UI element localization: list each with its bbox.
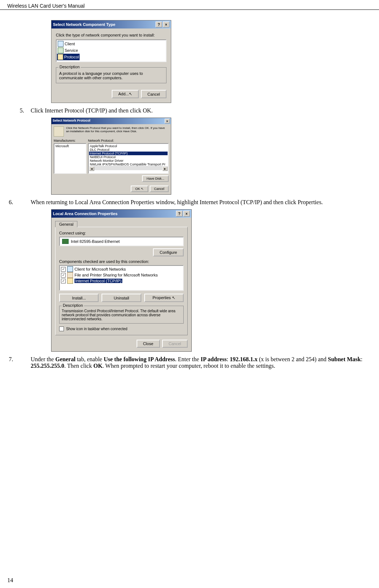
checkbox-icon[interactable] [59, 327, 64, 331]
dialog1-wrap: Select Network Component Type ? × Click … [51, 20, 368, 103]
protocols-column: Network Protocol: AppleTalk Protocol DLC… [88, 139, 169, 174]
configure-button[interactable]: Configure [153, 248, 184, 256]
component-button-row: Install... Uninstall Properties ↖ [59, 294, 184, 302]
scroll-track[interactable] [94, 167, 162, 170]
dialog2-columns: Manufacturers: Microsoft Network Protoco… [54, 139, 169, 174]
select-network-component-dialog: Select Network Component Type ? × Click … [51, 20, 171, 103]
close-button[interactable]: × [183, 211, 190, 217]
dialog2-wrap: Select Network Protocol × Click the Netw… [51, 118, 368, 195]
dialog1-body: Click the type of network component you … [51, 28, 171, 103]
step-6-number: 6. [20, 199, 31, 206]
list-item[interactable]: Network Monitor Driver [89, 159, 168, 163]
list-item[interactable]: DLC Protocol [89, 148, 168, 152]
close-button[interactable]: × [163, 22, 169, 27]
select-network-protocol-dialog: Select Network Protocol × Click the Netw… [51, 118, 171, 195]
dialog3-button-row: Close Cancel [55, 340, 188, 348]
client-label: Client [65, 42, 75, 46]
scroll-right-icon[interactable]: ► [162, 167, 168, 171]
components-label: Components checked are used by this conn… [59, 259, 184, 264]
manufacturers-column: Manufacturers: Microsoft [54, 139, 87, 174]
tab-general[interactable]: General [55, 221, 77, 227]
description-groupbox: Description A protocol is a language you… [56, 67, 166, 83]
cancel-button[interactable]: Cancel [150, 186, 169, 192]
dialog3-body: General Connect using: Intel 82595-Based… [51, 218, 191, 351]
step-6: 6.When returning to Local Area Connectio… [11, 199, 368, 206]
manufacturers-label: Manufacturers: [54, 139, 87, 142]
local-area-connection-properties-dialog: Local Area Connection Properties ? × Gen… [51, 209, 192, 352]
protocol-label: Protocol [64, 55, 79, 59]
protocol-icon [67, 278, 73, 284]
properties-button[interactable]: Properties ↖ [144, 294, 184, 302]
list-item-selected[interactable]: Internet Protocol (TCP/IP) [89, 152, 168, 155]
list-item-protocol[interactable]: Protocol [57, 54, 80, 60]
adapter-name: Intel 82595-Based Ethernet [71, 239, 120, 244]
close-button[interactable]: Close [137, 340, 160, 348]
page-content: Select Network Component Type ? × Click … [0, 10, 379, 380]
dialog2-body: Click the Network Protocol that you want… [51, 124, 171, 194]
horizontal-scrollbar[interactable]: ◄ ► [89, 166, 168, 171]
general-tab-panel: Connect using: Intel 82595-Based Etherne… [55, 227, 188, 335]
connect-using-label: Connect using: [59, 231, 184, 235]
dialog3-wrap: Local Area Connection Properties ? × Gen… [51, 209, 368, 352]
description-legend: Description [62, 303, 84, 308]
show-icon-label: Show icon in taskbar when connected [66, 327, 127, 331]
list-item-client[interactable]: Client [57, 41, 165, 47]
dialog1-titlebar-buttons: ? × [156, 22, 169, 27]
dialog2-button-row: OK ↖ Cancel [54, 186, 169, 192]
description-legend: Description [58, 65, 81, 69]
list-item[interactable]: AppleTalk Protocol [89, 144, 168, 148]
list-item[interactable]: NWLink IPX/SPX/NetBIOS Compatible Transp… [89, 163, 168, 166]
dialog2-titlebar: Select Network Protocol × [51, 118, 171, 124]
configure-row: Configure [59, 248, 184, 256]
scroll-left-icon[interactable]: ◄ [89, 167, 94, 171]
cancel-button[interactable]: Cancel [141, 90, 166, 98]
help-button[interactable]: ? [176, 211, 183, 217]
dialog3-title: Local Area Connection Properties [53, 211, 118, 216]
list-item[interactable]: NetBEUI Protocol [89, 155, 168, 159]
service-icon [58, 47, 64, 53]
add-button[interactable]: Add...↖ [112, 90, 139, 98]
step-6-text: 6.When returning to Local Area Connectio… [31, 199, 368, 206]
step-7-number: 7. [20, 356, 31, 363]
components-list[interactable]: ✓ Client for Microsoft Networks ✓ File a… [59, 265, 184, 291]
component-label: Client for Microsoft Networks [74, 267, 126, 271]
cancel-button[interactable]: Cancel [162, 340, 188, 348]
step-7-text: 7.Under the General tab, enable Use the … [31, 356, 368, 369]
list-item-selected[interactable]: ✓ Internet Protocol (TCP/IP) [60, 278, 183, 284]
ok-button[interactable]: OK ↖ [131, 186, 148, 192]
protocols-list[interactable]: AppleTalk Protocol DLC Protocol Internet… [88, 143, 169, 174]
manufacturers-list[interactable]: Microsoft [54, 143, 87, 174]
step-5-text: Click Internet Protocol (TCP/IP) and the… [31, 107, 153, 114]
dialog2-prompt: Click the Network Protocol that you want… [66, 126, 169, 137]
checkbox-icon[interactable]: ✓ [61, 267, 66, 272]
dialog2-top: Click the Network Protocol that you want… [54, 126, 169, 137]
service-label: Service [65, 48, 78, 53]
list-item[interactable]: Microsoft [55, 144, 85, 148]
dialog1-title: Select Network Component Type [53, 22, 115, 27]
protocols-label: Network Protocol: [88, 139, 169, 142]
dialog3-titlebar: Local Area Connection Properties ? × [51, 210, 191, 218]
help-button[interactable]: ? [156, 22, 162, 27]
checkbox-icon[interactable]: ✓ [61, 279, 66, 283]
step-5-number: 5. [20, 107, 31, 114]
have-disk-button[interactable]: Have Disk... [142, 175, 169, 182]
list-item[interactable]: ✓ File and Printer Sharing for Microsoft… [60, 272, 183, 278]
list-item-service[interactable]: Service [57, 47, 165, 54]
component-label: Internet Protocol (TCP/IP) [74, 279, 122, 283]
uninstall-button[interactable]: Uninstall [102, 294, 141, 302]
close-button[interactable]: × [165, 119, 170, 123]
dialog1-prompt: Click the type of network component you … [56, 33, 166, 37]
dialog3-titlebar-buttons: ? × [176, 211, 190, 217]
step-7: 7.Under the General tab, enable Use the … [11, 356, 368, 369]
description-text: A protocol is a language your computer u… [59, 71, 163, 80]
component-type-listbox[interactable]: Client Service Protocol [56, 39, 166, 62]
list-item[interactable]: ✓ Client for Microsoft Networks [60, 266, 183, 272]
checkbox-icon[interactable]: ✓ [61, 273, 66, 278]
client-icon [58, 41, 64, 47]
have-disk-row: Have Disk... [54, 175, 169, 182]
protocol-icon [58, 54, 63, 60]
install-button[interactable]: Install... [59, 294, 99, 302]
dialog2-title: Select Network Protocol [53, 119, 91, 123]
show-icon-row: Show icon in taskbar when connected [59, 327, 184, 331]
step-5: 5.Click Internet Protocol (TCP/IP) and t… [11, 107, 368, 114]
